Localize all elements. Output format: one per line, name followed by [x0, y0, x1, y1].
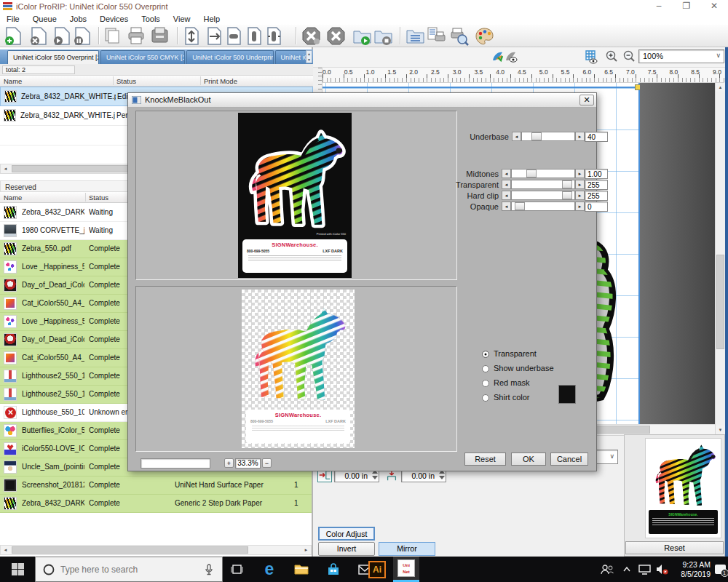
canvas-zoom-select[interactable]: 100% ∨ [638, 49, 724, 63]
minimize-button[interactable]: – [646, 0, 671, 13]
radio-icon[interactable] [482, 394, 489, 402]
queue-tab[interactable]: UniNet iColor 500 Underprint [186, 50, 273, 64]
radio-icon[interactable] [482, 380, 489, 387]
network-icon[interactable] [636, 557, 653, 582]
slider-thumb[interactable] [515, 202, 525, 210]
radio-option[interactable]: Show underbase [482, 361, 554, 375]
menu-item[interactable]: Queue [26, 15, 63, 23]
underbase-slider[interactable] [521, 132, 575, 141]
radio-icon[interactable] [482, 365, 489, 372]
queue-tab[interactable]: UniNet iColor 550 Overprint [2] [7, 50, 99, 64]
color-adjust-button[interactable]: Color Adjust [318, 527, 375, 541]
slider-track[interactable] [511, 169, 575, 178]
queue-tab[interactable]: UniNet iColor 550 CMYK [1] [100, 50, 185, 64]
dialog-close-icon[interactable]: ✕ [579, 95, 594, 105]
preview-reset-button[interactable]: Reset [625, 541, 724, 554]
search-input[interactable] [60, 565, 184, 575]
slider-right-arrow[interactable]: ► [575, 191, 585, 200]
fit-width-icon[interactable] [205, 26, 224, 46]
hidden-icons-chevron[interactable] [620, 557, 633, 582]
people-icon[interactable] [597, 557, 617, 582]
color-palette-icon[interactable] [475, 26, 494, 46]
window-titlebar[interactable]: iColor ProRIP: UniNet iColor 550 Overpri… [0, 0, 728, 13]
invert-button[interactable]: Invert [318, 542, 375, 556]
dialog-reset-button[interactable]: Reset [464, 453, 506, 466]
show-color-layer-icon[interactable] [491, 50, 505, 63]
slider-left-arrow[interactable]: ◄ [502, 169, 511, 178]
slider-left-arrow[interactable]: ◄ [502, 202, 511, 211]
slider-value-input[interactable]: 1.00 [585, 169, 608, 179]
dialog-titlebar[interactable]: KnockMeBlackOut ✕ [128, 93, 596, 108]
menu-item[interactable]: Tools [135, 15, 167, 23]
stop-queue-icon[interactable] [373, 26, 393, 46]
queue-column-header[interactable]: Name Status Print Mode [0, 76, 313, 87]
file-explorer-icon[interactable] [288, 557, 314, 582]
menu-item[interactable]: Jobs [63, 15, 93, 23]
job-log-icon[interactable] [427, 26, 446, 46]
reserved-hscrollbar[interactable]: ◄ ► [0, 545, 312, 555]
slider-thumb[interactable] [526, 170, 537, 178]
close-button[interactable]: ✕ [702, 0, 727, 13]
delete-job-icon[interactable] [29, 26, 49, 46]
fit-page-icon[interactable] [182, 26, 202, 46]
slider-right-arrow[interactable]: ► [575, 169, 585, 178]
canvas-vscrollbar[interactable]: ▲ ▼ [715, 83, 725, 434]
reserved-section-label[interactable]: Reserved [5, 183, 36, 191]
dialog-cancel-button[interactable]: Cancel [550, 453, 588, 466]
edge-icon[interactable]: e [256, 557, 282, 582]
print-icon[interactable] [127, 26, 146, 46]
menu-item[interactable]: Help [197, 15, 226, 23]
slider-right-arrow[interactable]: ► [575, 202, 585, 211]
slider-value-input[interactable]: 255 [585, 191, 608, 201]
slider-thumb[interactable] [562, 180, 572, 188]
start-button[interactable] [0, 557, 35, 582]
open-drawer-icon[interactable] [150, 26, 170, 46]
reserved-job-row[interactable]: Screenshot_201812... Complete UniNet Har… [0, 477, 312, 495]
reserved-job-row[interactable]: Zebra_8432_DARK... Complete Generic 2 St… [0, 495, 312, 513]
grid-toggle-icon[interactable] [585, 49, 598, 64]
maximize-button[interactable]: ❐ [674, 0, 699, 13]
illustrator-icon[interactable]: Ai [364, 557, 390, 582]
slider-left-arrow[interactable]: ◄ [502, 180, 511, 189]
queue-properties-icon[interactable] [405, 26, 425, 46]
copies-icon[interactable] [103, 26, 123, 46]
underbase-left-arrow[interactable]: ◄ [512, 132, 521, 141]
radio-option[interactable]: Transparent [482, 346, 554, 361]
menu-item[interactable]: View [167, 15, 197, 23]
zoom-out-icon[interactable] [623, 50, 636, 63]
menu-item[interactable]: Devices [93, 15, 135, 23]
add-job-icon[interactable] [4, 26, 23, 46]
fit-height-icon[interactable] [264, 26, 284, 46]
preview-page[interactable]: SIGNWarehouse. [645, 438, 721, 538]
microphone-icon[interactable] [205, 564, 213, 575]
task-view-button[interactable] [223, 557, 250, 582]
slider-right-arrow[interactable]: ► [575, 180, 585, 189]
dialog-ok-button[interactable]: OK [511, 453, 546, 466]
underbase-right-arrow[interactable]: ► [575, 132, 585, 141]
slider-track[interactable] [511, 191, 575, 200]
mirror-button[interactable]: Mirror [379, 542, 435, 556]
underbase-value-input[interactable] [585, 132, 608, 142]
underbase-slider-thumb[interactable] [531, 132, 542, 140]
dialog-zoom-in-button[interactable]: + [224, 458, 234, 468]
slider-track[interactable] [511, 180, 575, 189]
hold-job-icon[interactable] [73, 26, 92, 46]
center-vertical-icon[interactable] [245, 26, 264, 46]
dialog-zoom-value[interactable]: 33.3% [235, 458, 261, 469]
show-white-layer-icon[interactable] [505, 50, 518, 63]
start-job-icon[interactable] [52, 26, 72, 46]
taskbar-search[interactable] [35, 557, 223, 582]
print-preview-icon[interactable] [449, 26, 469, 46]
slider-value-input[interactable]: 0 [585, 202, 608, 212]
zoom-in-icon[interactable] [606, 50, 618, 63]
dialog-zoom-out-button[interactable]: − [262, 458, 272, 468]
abort-all-icon[interactable] [326, 26, 346, 46]
slider-track[interactable] [511, 202, 575, 211]
slider-value-input[interactable]: 255 [585, 180, 608, 190]
notification-center-icon[interactable]: 1 [712, 557, 728, 582]
abort-job-icon[interactable] [301, 26, 321, 46]
radio-option[interactable]: Red mask [482, 375, 554, 390]
slider-thumb[interactable] [562, 191, 572, 199]
radio-icon[interactable] [482, 351, 489, 358]
prorip-taskbar-icon[interactable]: UniNet [393, 557, 419, 582]
